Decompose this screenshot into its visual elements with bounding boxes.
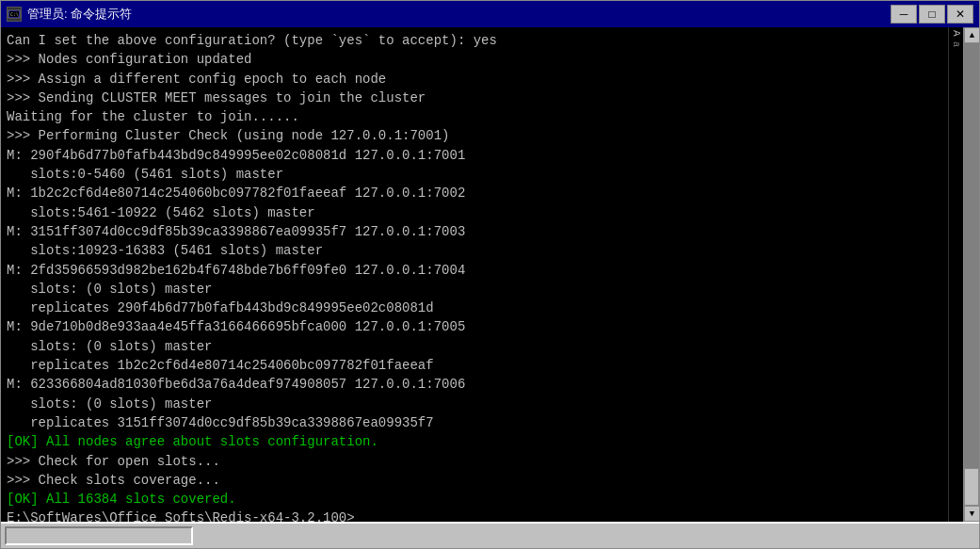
terminal-line: M: 2fd35966593d982be162b4f6748bde7b6ff09…	[7, 261, 942, 280]
svg-text:C:\: C:\	[10, 11, 19, 17]
terminal-line: M: 9de710b0d8e933aa4e45ffa3166466695bfca…	[7, 317, 942, 336]
scroll-down-button[interactable]: ▼	[964, 506, 979, 522]
terminal-area: Can I set the above configuration? (type…	[1, 27, 979, 522]
window-controls: ─ □ ✕	[891, 5, 973, 24]
window: C:\ 管理员: 命令提示符 ─ □ ✕ Can I set the above…	[0, 0, 980, 549]
terminal-line: [OK] All nodes agree about slots configu…	[7, 432, 942, 451]
terminal-line: E:\SoftWares\Office_Softs\Redis-x64-3.2.…	[7, 509, 942, 522]
terminal-line: replicates 1b2c2cf6d4e80714c254060bc0977…	[7, 356, 942, 375]
accent-text-a: A	[950, 29, 963, 38]
terminal-line: >>> Check for open slots...	[7, 452, 942, 471]
terminal-line: >>> Performing Cluster Check (using node…	[7, 126, 942, 145]
terminal-line: >>> Sending CLUSTER MEET messages to joi…	[7, 89, 942, 107]
taskbar-empty	[5, 526, 193, 545]
terminal-line: M: 290f4b6d77b0fafb443bd9c849995ee02c080…	[7, 146, 942, 165]
scroll-thumb[interactable]	[964, 468, 979, 506]
terminal-line: >>> Nodes configuration updated	[7, 50, 942, 69]
terminal-line: slots:5461-10922 (5462 slots) master	[7, 203, 942, 222]
terminal-line: slots:10923-16383 (5461 slots) master	[7, 241, 942, 260]
terminal-line: slots:0-5460 (5461 slots) master	[7, 165, 942, 184]
window-title: 管理员: 命令提示符	[27, 6, 132, 23]
terminal-line: M: 623366804ad81030fbe6d3a76a4deaf974908…	[7, 375, 942, 394]
terminal-line: M: 3151ff3074d0cc9df85b39ca3398867ea0993…	[7, 222, 942, 241]
title-bar: C:\ 管理员: 命令提示符 ─ □ ✕	[1, 1, 979, 27]
terminal-line: Can I set the above configuration? (type…	[7, 31, 942, 50]
terminal-line: slots: (0 slots) master	[7, 280, 942, 299]
vertical-scrollbar[interactable]: ▲ ▼	[963, 27, 979, 522]
terminal-line: slots: (0 slots) master	[7, 337, 942, 356]
terminal-line: >>> Check slots coverage...	[7, 471, 942, 490]
terminal-line: slots: (0 slots) master	[7, 395, 942, 413]
minimize-button[interactable]: ─	[891, 5, 917, 24]
close-button[interactable]: ✕	[947, 5, 973, 24]
terminal-line: [OK] All 16384 slots covered.	[7, 490, 942, 509]
title-bar-left: C:\ 管理员: 命令提示符	[7, 6, 132, 23]
app-icon: C:\	[7, 7, 22, 22]
scroll-up-button[interactable]: ▲	[964, 27, 979, 43]
terminal-line: Waiting for the cluster to join......	[7, 107, 942, 126]
terminal-line: >>> Assign a different config epoch to e…	[7, 70, 942, 89]
terminal-line: replicates 3151ff3074d0cc9df85b39ca33988…	[7, 413, 942, 432]
terminal-output[interactable]: Can I set the above configuration? (type…	[1, 27, 948, 522]
right-accent: A a	[948, 27, 963, 522]
maximize-button[interactable]: □	[919, 5, 945, 24]
scroll-track[interactable]	[964, 43, 979, 506]
accent-text-small: a	[951, 41, 961, 47]
terminal-line: replicates 290f4b6d77b0fafb443bd9c849995…	[7, 299, 942, 317]
taskbar	[1, 522, 979, 548]
terminal-line: M: 1b2c2cf6d4e80714c254060bc097782f01fae…	[7, 184, 942, 202]
